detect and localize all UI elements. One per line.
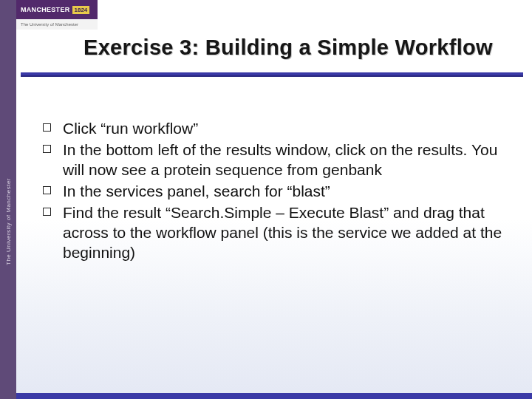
list-item: Click “run workflow”	[43, 118, 502, 138]
list-item: In the bottom left of the results window…	[43, 140, 502, 180]
logo-top: MANCHESTER 1824	[16, 0, 98, 19]
title-underline	[21, 72, 523, 77]
square-bullet-icon	[43, 186, 51, 194]
bullet-text: In the services panel, search for “blast…	[63, 181, 330, 201]
slide-title: Exercise 3: Building a Simple Workflow	[59, 35, 517, 60]
bullet-text: Click “run workflow”	[63, 118, 198, 138]
list-item: Find the result “Search.Simple – Execute…	[43, 202, 502, 262]
slide-body: Click “run workflow” In the bottom left …	[43, 118, 502, 264]
logo-name: MANCHESTER	[21, 6, 70, 13]
list-item: In the services panel, search for “blast…	[43, 181, 502, 201]
slide: The University of Manchester MANCHESTER …	[0, 0, 532, 399]
logo-block: MANCHESTER 1824 The University of Manche…	[16, 0, 98, 34]
square-bullet-icon	[43, 208, 51, 216]
logo-subtitle: The University of Manchester	[16, 19, 98, 30]
square-bullet-icon	[43, 123, 51, 132]
university-sidebar: The University of Manchester	[0, 0, 16, 399]
logo-year: 1824	[72, 6, 90, 14]
bullet-text: Find the result “Search.Simple – Execute…	[63, 202, 502, 262]
bullet-text: In the bottom left of the results window…	[63, 140, 502, 180]
footer-bar	[16, 393, 532, 399]
square-bullet-icon	[43, 145, 51, 153]
sidebar-label: The University of Manchester	[5, 178, 12, 265]
